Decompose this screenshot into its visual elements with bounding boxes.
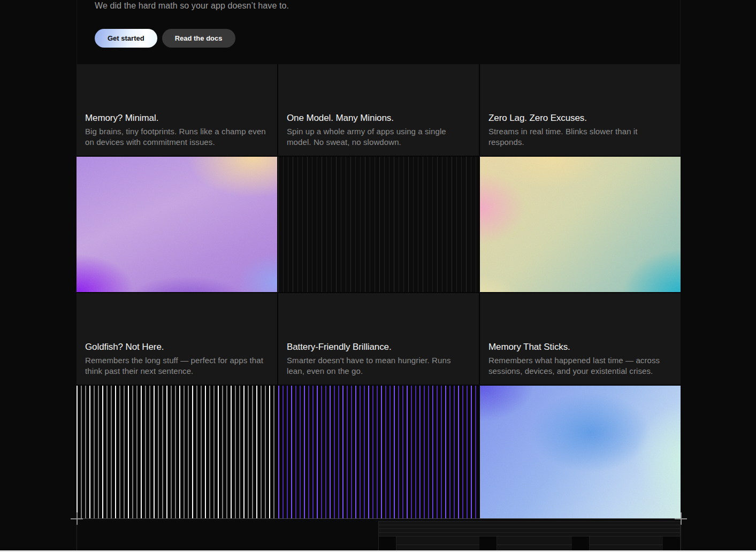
stripes-image-white [77,386,277,519]
grain-texture [480,386,681,519]
table-preview-row [379,521,680,525]
feature-title: Memory? Minimal. [85,113,268,124]
hero-subtitle: We did the hard math so your app doesn’t… [95,1,289,11]
read-the-docs-button[interactable]: Read the docs [162,29,235,48]
gradient-image-purple [77,157,277,292]
feature-title: Goldfish? Not Here. [85,342,268,352]
table-preview-row [379,532,680,536]
feature-description: Remembers what happened last time — acro… [488,355,671,377]
table-preview-row-divider [379,545,680,545]
table-preview-cell-dark [379,536,396,552]
grid-cross-icon [71,512,83,525]
feature-description: Smarter doesn't have to mean hungrier. R… [287,355,469,377]
feature-description: Streams in real time. Blinks slower than… [488,126,671,148]
table-preview-row [379,525,680,528]
feature-grid: Memory? Minimal. Big brains, tiny footpr… [77,64,681,519]
feature-card-zero-lag: Zero Lag. Zero Excuses. Streams in real … [480,64,681,156]
table-preview-block-rows [379,536,680,552]
gradient-image-blue [480,386,681,519]
feature-description: Big brains, tiny footprints. Runs like a… [85,126,268,148]
feature-description: Remembers the long stuff — perfect for a… [85,355,268,377]
landing-page: We did the hard math so your app doesn’t… [0,0,756,552]
feature-card-memory-sticks: Memory That Sticks. Remembers what happe… [480,293,681,385]
hero-section: We did the hard math so your app doesn’t… [77,0,681,64]
gradient-image-peach-teal [480,157,681,292]
feature-card-battery-friendly: Battery-Friendly Brilliance. Smarter doe… [278,293,479,385]
section-divider-line [77,518,681,519]
table-preview-cell-dark [479,536,497,552]
stripes-image-dark [278,157,479,292]
feature-title: Memory That Sticks. [488,342,671,352]
table-preview-row [379,528,680,532]
feature-description: Spin up a whole army of apps using a sin… [287,126,469,148]
content-column: We did the hard math so your app doesn’t… [77,0,681,519]
table-preview-cell-dark [663,536,681,552]
stripes-image-purple [278,386,479,519]
grain-texture [480,157,681,292]
table-preview-cell-dark [572,536,590,552]
feature-card-memory-minimal: Memory? Minimal. Big brains, tiny footpr… [77,64,277,156]
grain-texture [77,157,277,292]
feature-title: Zero Lag. Zero Excuses. [488,113,671,124]
hero-buttons: Get started Read the docs [95,29,235,48]
feature-title: One Model. Many Minions. [287,113,469,124]
feature-title: Battery-Friendly Brilliance. [287,342,469,352]
get-started-button[interactable]: Get started [95,29,157,48]
feature-card-goldfish: Goldfish? Not Here. Remembers the long s… [77,293,277,385]
next-section-table-preview [378,521,681,552]
feature-card-one-model: One Model. Many Minions. Spin up a whole… [278,64,479,156]
